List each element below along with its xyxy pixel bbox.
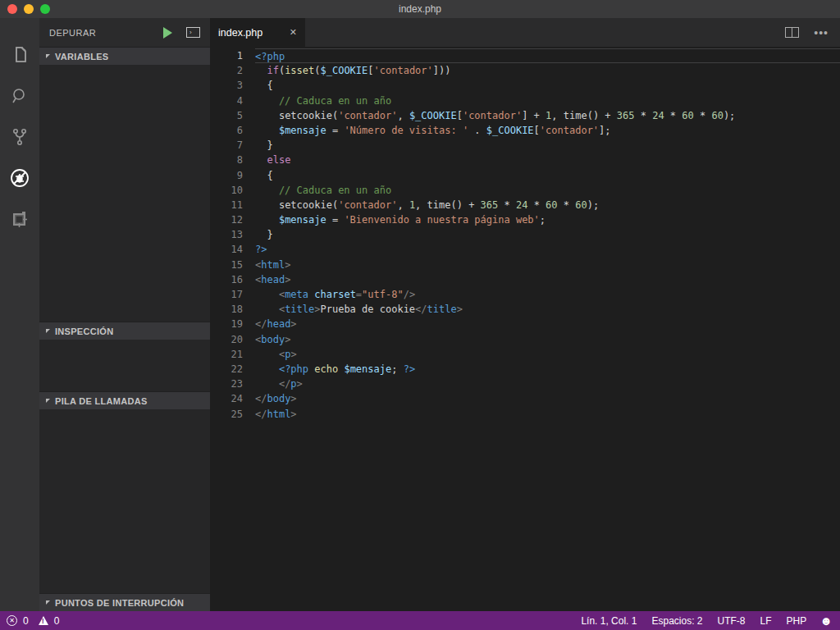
start-debug-button[interactable] <box>163 27 172 39</box>
tab-bar: index.php ✕ ••• <box>210 18 840 47</box>
status-bar: ✕ 0 ! 0 Lín. 1, Col. 1Espacios: 2UTF-8LF… <box>0 611 840 630</box>
debug-console-icon[interactable]: › <box>186 27 200 38</box>
code-line[interactable]: </head> <box>255 317 840 331</box>
status-item[interactable]: Espacios: 2 <box>644 615 710 627</box>
twistie-icon <box>46 399 50 403</box>
line-number[interactable]: 2 <box>210 63 243 78</box>
variables-body <box>39 65 210 322</box>
section-label: PILA DE LLAMADAS <box>55 396 148 406</box>
code-line[interactable]: if(isset($_COOKIE['contador'])) <box>255 63 840 78</box>
status-item[interactable]: PHP <box>779 615 815 627</box>
tab-label: index.php <box>218 27 262 39</box>
line-number[interactable]: 21 <box>210 347 243 362</box>
close-window-button[interactable] <box>7 4 17 14</box>
code-line[interactable]: setcookie('contador', $_COOKIE['contador… <box>255 108 840 123</box>
tab-index-php[interactable]: index.php ✕ <box>210 18 305 47</box>
code-line[interactable]: <html> <box>255 258 840 272</box>
debug-icon[interactable] <box>8 167 31 189</box>
code-line[interactable]: <title>Prueba de cookie</title> <box>255 302 840 317</box>
code-line[interactable]: $mensaje = 'Bienvenido a nuestra página … <box>255 212 840 227</box>
code-line[interactable]: setcookie('contador', 1, time() + 365 * … <box>255 198 840 212</box>
source-control-icon[interactable] <box>8 126 31 148</box>
code-line[interactable]: <body> <box>255 332 840 347</box>
code-line[interactable]: // Caduca en un año <box>255 183 840 198</box>
more-actions-icon[interactable]: ••• <box>814 30 829 35</box>
code-line[interactable]: { <box>255 168 840 183</box>
code-line[interactable]: } <box>255 227 840 242</box>
code-line[interactable]: // Caduca en un año <box>255 94 840 108</box>
code-line[interactable]: { <box>255 78 840 93</box>
section-callstack[interactable]: PILA DE LLAMADAS <box>39 391 210 409</box>
line-number[interactable]: 9 <box>210 168 243 183</box>
code-line[interactable]: </html> <box>255 407 840 422</box>
line-number[interactable]: 14 <box>210 242 243 257</box>
line-number[interactable]: 25 <box>210 407 243 422</box>
line-number[interactable]: 23 <box>210 377 243 391</box>
code-line[interactable]: </body> <box>255 391 840 406</box>
zoom-window-button[interactable] <box>40 4 50 14</box>
line-number[interactable]: 18 <box>210 302 243 317</box>
line-number[interactable]: 6 <box>210 123 243 138</box>
explorer-icon[interactable] <box>8 43 31 66</box>
line-number[interactable]: 11 <box>210 198 243 212</box>
status-item[interactable]: UTF-8 <box>710 615 753 627</box>
line-number[interactable]: 17 <box>210 287 243 302</box>
split-editor-icon[interactable] <box>785 27 799 38</box>
search-icon[interactable] <box>8 84 31 107</box>
main-area: DEPURAR › VARIABLES INSPECCIÓN PILA DE L… <box>0 18 840 611</box>
section-label: INSPECCIÓN <box>55 326 113 336</box>
twistie-icon <box>46 600 50 605</box>
code-line[interactable]: <head> <box>255 272 840 287</box>
code-lines: <?php if(isset($_COOKIE['contador'])) { … <box>255 48 840 611</box>
code-editor[interactable]: 1234567891011121314151617181920212223242… <box>210 47 840 611</box>
feedback-smiley-icon[interactable]: ☻ <box>814 614 840 627</box>
code-line[interactable]: } <box>255 138 840 153</box>
code-line[interactable]: <?php <box>255 48 840 63</box>
section-variables[interactable]: VARIABLES <box>39 47 210 65</box>
error-icon: ✕ <box>7 615 17 626</box>
line-number[interactable]: 1 <box>210 48 243 63</box>
line-number[interactable]: 13 <box>210 227 243 242</box>
line-number[interactable]: 22 <box>210 362 243 377</box>
problems-summary[interactable]: ✕ 0 ! 0 <box>0 615 59 627</box>
code-line[interactable]: </p> <box>255 377 840 391</box>
line-number[interactable]: 24 <box>210 391 243 406</box>
status-item[interactable]: Lín. 1, Col. 1 <box>573 615 644 627</box>
line-number[interactable]: 19 <box>210 317 243 331</box>
extensions-icon[interactable] <box>8 208 31 231</box>
code-line[interactable]: <?php echo $mensaje; ?> <box>255 362 840 377</box>
tab-close-icon[interactable]: ✕ <box>290 27 297 38</box>
callstack-body <box>39 409 210 593</box>
gutter: 1234567891011121314151617181920212223242… <box>210 48 243 611</box>
status-item[interactable]: LF <box>753 615 779 627</box>
line-number[interactable]: 8 <box>210 153 243 167</box>
line-number[interactable]: 12 <box>210 212 243 227</box>
section-watch[interactable]: INSPECCIÓN <box>39 322 210 340</box>
watch-body <box>39 340 210 391</box>
traffic-lights <box>0 4 50 14</box>
line-number[interactable]: 5 <box>210 108 243 123</box>
activity-bar <box>0 18 39 611</box>
line-number[interactable]: 20 <box>210 332 243 347</box>
warning-icon: ! <box>39 616 48 625</box>
title-bar: index.php <box>0 0 840 18</box>
code-line[interactable]: <meta charset="utf-8"/> <box>255 287 840 302</box>
debug-sidebar-header: DEPURAR › <box>39 18 210 47</box>
line-number[interactable]: 4 <box>210 94 243 108</box>
line-number[interactable]: 15 <box>210 258 243 272</box>
error-count: 0 <box>23 615 29 627</box>
line-number[interactable]: 7 <box>210 138 243 153</box>
window-title: index.php <box>0 3 840 15</box>
code-line[interactable]: $mensaje = 'Número de visitas: ' . $_COO… <box>255 123 840 138</box>
section-breakpoints[interactable]: PUNTOS DE INTERRUPCIÓN <box>39 593 210 611</box>
twistie-icon <box>46 329 50 333</box>
minimize-window-button[interactable] <box>24 4 34 14</box>
code-line[interactable]: <p> <box>255 347 840 362</box>
section-label: VARIABLES <box>55 52 108 62</box>
code-line[interactable]: else <box>255 153 840 167</box>
line-number[interactable]: 3 <box>210 78 243 93</box>
code-line[interactable]: ?> <box>255 242 840 257</box>
line-number[interactable]: 10 <box>210 183 243 198</box>
warning-count: 0 <box>54 615 60 627</box>
line-number[interactable]: 16 <box>210 272 243 287</box>
